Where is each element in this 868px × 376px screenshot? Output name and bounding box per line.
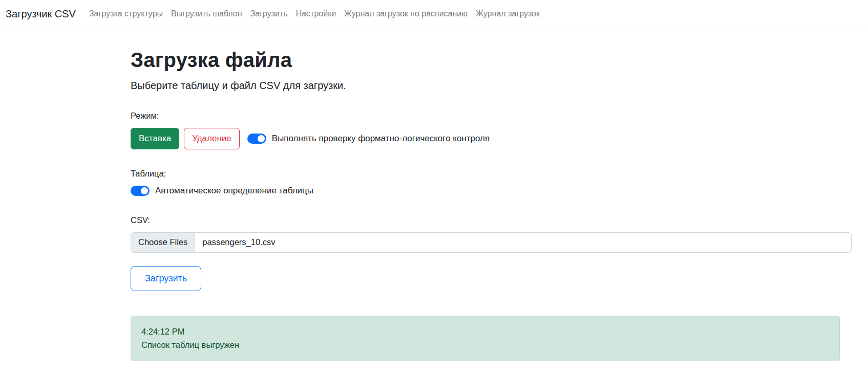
log-timestamp: 4:24:12 PM <box>141 325 829 338</box>
log-message: Список таблиц выгружен <box>141 338 829 351</box>
flc-check-toggle-label[interactable]: Выполнять проверку форматно-логического … <box>272 134 490 144</box>
csv-label: CSV: <box>131 215 852 225</box>
main-content: Загрузка файла Выберите таблицу и файл C… <box>131 49 852 361</box>
choose-files-button[interactable]: Choose Files <box>131 233 195 252</box>
top-navbar: Загрузчик CSV Загрузка структуры Выгрузи… <box>0 0 868 28</box>
mode-label: Режим: <box>131 111 852 121</box>
auto-table-toggle[interactable] <box>131 186 150 196</box>
delete-mode-button[interactable]: Удаление <box>184 128 240 149</box>
nav-item-upload-log[interactable]: Журнал загрузок <box>472 5 544 23</box>
upload-row: Загрузить <box>131 266 852 291</box>
page-subtitle: Выберите таблицу и файл CSV для загрузки… <box>131 80 852 92</box>
success-log-alert: 4:24:12 PM Список таблиц выгружен <box>131 316 840 361</box>
toggle-knob-icon <box>258 135 265 142</box>
auto-table-toggle-label[interactable]: Автоматическое определение таблицы <box>155 186 313 196</box>
csv-file-input[interactable]: Choose Files passengers_10.csv <box>131 232 852 253</box>
insert-mode-button[interactable]: Вставка <box>131 128 179 149</box>
page-title: Загрузка файла <box>131 49 852 72</box>
flc-check-toggle[interactable] <box>247 134 266 144</box>
nav-links: Загрузка структуры Выгрузить шаблон Загр… <box>85 5 544 23</box>
nav-item-settings[interactable]: Настройки <box>292 5 340 23</box>
nav-item-upload[interactable]: Загрузить <box>246 5 292 23</box>
table-controls-row: Автоматическое определение таблицы <box>131 186 852 196</box>
nav-item-export-template[interactable]: Выгрузить шаблон <box>167 5 246 23</box>
toggle-knob-icon <box>141 187 148 194</box>
nav-item-scheduled-upload-log[interactable]: Журнал загрузок по расписанию <box>340 5 472 23</box>
mode-controls-row: Вставка Удаление Выполнять проверку форм… <box>131 128 852 149</box>
nav-item-structure-upload[interactable]: Загрузка структуры <box>85 5 167 23</box>
table-label: Таблица: <box>131 169 852 179</box>
selected-file-name: passengers_10.csv <box>195 233 282 252</box>
app-brand[interactable]: Загрузчик CSV <box>6 8 76 20</box>
upload-button[interactable]: Загрузить <box>131 266 201 291</box>
